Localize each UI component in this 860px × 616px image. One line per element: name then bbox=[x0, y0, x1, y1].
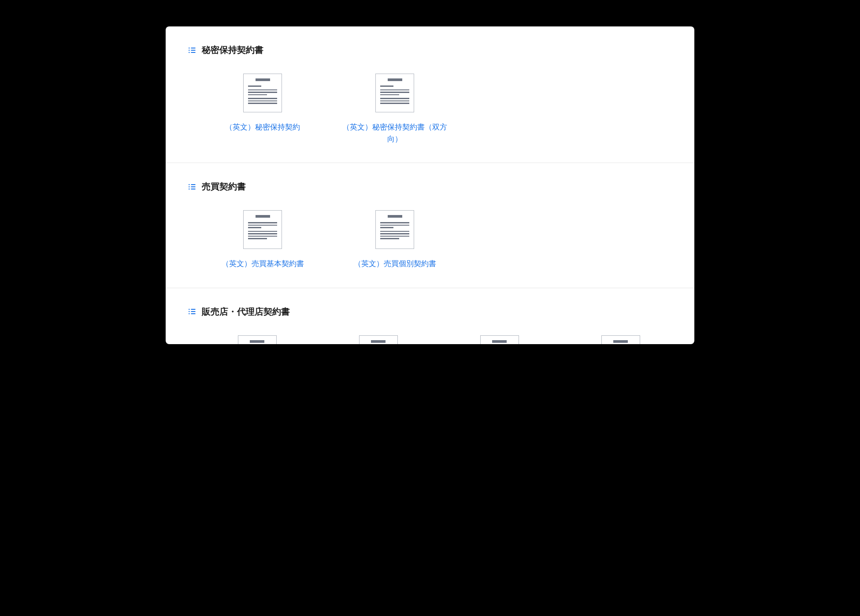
card-list: （英文）秘密保持契約 bbox=[188, 74, 672, 145]
document-icon bbox=[375, 210, 414, 249]
document-icon bbox=[375, 74, 414, 112]
template-card[interactable]: （英文）秘密保持契約 bbox=[205, 74, 320, 145]
list-icon bbox=[188, 46, 196, 55]
template-card[interactable] bbox=[448, 335, 551, 344]
document-icon bbox=[238, 335, 277, 344]
template-card[interactable]: （英文）売買基本契約書 bbox=[205, 210, 320, 270]
svg-point-0 bbox=[189, 47, 190, 48]
document-icon bbox=[359, 335, 398, 344]
document-icon bbox=[480, 335, 519, 344]
list-icon bbox=[188, 182, 196, 191]
section-title: 秘密保持契約書 bbox=[202, 44, 263, 56]
template-label: （英文）秘密保持契約書（双方向） bbox=[337, 121, 452, 145]
template-card[interactable] bbox=[326, 335, 430, 344]
section-header: 売買契約書 bbox=[188, 181, 672, 193]
section-header: 秘密保持契約書 bbox=[188, 44, 672, 56]
card-list bbox=[188, 335, 672, 344]
template-card[interactable] bbox=[569, 335, 672, 344]
svg-point-10 bbox=[189, 189, 190, 190]
svg-point-14 bbox=[189, 311, 190, 312]
section-title: 売買契約書 bbox=[202, 181, 246, 193]
card-list: （英文）売買基本契約書 （英 bbox=[188, 210, 672, 270]
template-label: （英文）売買基本契約書 bbox=[222, 258, 304, 270]
svg-point-8 bbox=[189, 186, 190, 188]
svg-point-6 bbox=[189, 184, 190, 186]
svg-point-2 bbox=[189, 49, 190, 51]
document-icon bbox=[243, 74, 282, 112]
content-window: 秘密保持契約書 bbox=[166, 26, 694, 344]
svg-point-12 bbox=[189, 309, 190, 310]
template-label: （英文）売買個別契約書 bbox=[354, 258, 436, 270]
section-nda: 秘密保持契約書 bbox=[166, 44, 694, 163]
section-header: 販売店・代理店契約書 bbox=[188, 306, 672, 318]
template-label: （英文）秘密保持契約 bbox=[225, 121, 300, 133]
template-card[interactable] bbox=[205, 335, 309, 344]
section-sales: 売買契約書 （英文）売 bbox=[166, 181, 694, 288]
list-icon bbox=[188, 307, 196, 316]
template-card[interactable]: （英文）秘密保持契約書（双方向） bbox=[337, 74, 452, 145]
template-card[interactable]: （英文）売買個別契約書 bbox=[337, 210, 452, 270]
section-distributor: 販売店・代理店契約書 bbox=[166, 306, 694, 344]
document-icon bbox=[601, 335, 640, 344]
section-title: 販売店・代理店契約書 bbox=[202, 306, 290, 318]
document-icon bbox=[243, 210, 282, 249]
svg-point-16 bbox=[189, 313, 190, 315]
svg-point-4 bbox=[189, 52, 190, 53]
